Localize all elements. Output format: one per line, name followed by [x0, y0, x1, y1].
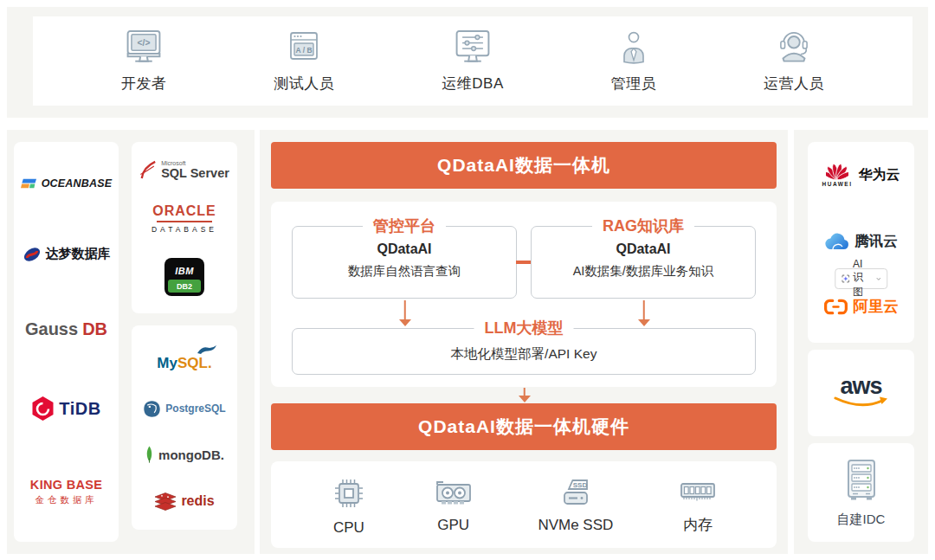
- hardware-label: 内存: [683, 515, 713, 535]
- oracle-label: ORACLE: [152, 203, 217, 219]
- postgresql-elephant-icon: [143, 400, 161, 418]
- qdata-architecture-diagram: </> 开发者 A / B 测试人员: [0, 0, 935, 560]
- role-label: 运维DBA: [442, 74, 503, 93]
- kingbase-logo: KING BASE 金仓数据库: [30, 478, 102, 506]
- control-platform-line1: QDataAI: [293, 241, 516, 257]
- tidb-logo: TiDB: [31, 396, 100, 422]
- huawei-brand: HUAWEI: [822, 181, 853, 187]
- llm-title: LLM大模型: [474, 318, 574, 338]
- ops-dba-monitor-sliders-icon: [450, 29, 495, 66]
- mongodb-label: mongoDB.: [158, 447, 224, 462]
- dm-database-logo: 达梦数据库: [23, 246, 111, 263]
- kingbase-label: KING BASE: [30, 478, 102, 492]
- redis-label: redis: [181, 493, 214, 509]
- user-roles-card: </> 开发者 A / B 测试人员: [33, 16, 912, 106]
- tencent-cloud-icon: [824, 232, 850, 251]
- hardware-nvme-ssd: SSD NVMe SSD: [538, 476, 613, 534]
- ibm-brand: IBM: [175, 261, 194, 280]
- rag-line1: QDataAI: [532, 241, 755, 257]
- mongodb-leaf-icon: [145, 445, 154, 464]
- db2-label: DB2: [168, 280, 201, 293]
- hardware-label: NVMe SSD: [538, 517, 613, 534]
- tidb-label: TiDB: [59, 399, 100, 419]
- aws-smile-icon: [833, 396, 890, 409]
- ai-scan-sparkle-icon: [842, 273, 849, 285]
- hardware-memory: 内存: [677, 474, 719, 535]
- svg-text:A / B: A / B: [296, 45, 313, 54]
- redis-stack-icon: [154, 492, 177, 511]
- aws-card: aws: [808, 350, 914, 436]
- mysql-label-part1: My: [157, 355, 177, 371]
- oracle-sublabel: DATABASE: [152, 225, 217, 234]
- oceanbase-logo: OCEANBASE: [21, 177, 113, 190]
- database-card-opensource: MySQL. PostgreSQL mongoDB.: [132, 325, 237, 530]
- arrow-control-to-llm: [398, 300, 411, 326]
- mysql-logo: MySQL.: [157, 344, 211, 372]
- alibaba-bracket-icon: [823, 299, 848, 315]
- cpu-chip-icon: [329, 473, 369, 513]
- sqlserver-logo: Microsoft SQL Server: [139, 159, 229, 180]
- self-built-idc-card: 自建IDC: [808, 443, 914, 542]
- microsoft-brand: Microsoft: [161, 160, 229, 166]
- database-ecosystem-panel: OCEANBASE 达梦数据库 GaussDB T: [7, 130, 255, 554]
- postgresql-label: PostgreSQL: [165, 402, 225, 415]
- huawei-petals-icon: [826, 163, 848, 180]
- oceanbase-label: OCEANBASE: [42, 177, 113, 190]
- aws-label: aws: [840, 377, 881, 396]
- control-platform-box: 管控平台 QDataAI 数据库自然语言查询: [292, 226, 517, 299]
- public-cloud-card: HUAWEI 华为云 腾讯云: [808, 142, 914, 343]
- llm-line1: 本地化模型部署/API Key: [293, 345, 755, 364]
- control-platform-line2: 数据库自然语言查询: [293, 263, 516, 280]
- tidb-cube-icon: [31, 396, 55, 422]
- role-ops-dba: 运维DBA: [442, 29, 503, 93]
- role-label: 管理员: [611, 74, 657, 93]
- gaussdb-label-part1: Gauss: [25, 319, 78, 339]
- role-label: 开发者: [121, 74, 167, 93]
- rag-line2: AI数据集/数据库业务知识: [532, 263, 755, 280]
- svg-text:SSD: SSD: [573, 481, 588, 489]
- rag-title: RAG知识库: [592, 216, 694, 236]
- dm-label: 达梦数据库: [46, 246, 111, 262]
- aws-logo: aws: [833, 377, 890, 410]
- ai-lens-button[interactable]: AI识图: [835, 268, 888, 289]
- llm-box: LLM大模型 本地化模型部署/API Key: [292, 328, 756, 375]
- tencent-cloud-label: 腾讯云: [854, 232, 898, 251]
- kingbase-sublabel: 金仓数据库: [30, 494, 102, 506]
- sqlserver-label: SQL Server: [161, 167, 229, 180]
- mysql-label-part2: SQL.: [177, 355, 212, 371]
- gaussdb-label-part2: DB: [82, 319, 107, 339]
- mongodb-logo: mongoDB.: [145, 445, 224, 464]
- hardware-label: GPU: [437, 517, 469, 534]
- sqlserver-swirl-icon: [139, 159, 157, 180]
- qdata-hardware-header: QDataAI数据一体机硬件: [271, 403, 777, 450]
- mysql-dolphin-icon: [197, 344, 217, 355]
- gpu-card-icon: [433, 476, 474, 511]
- chevron-down-icon: [876, 277, 880, 281]
- server-rack-icon: [842, 458, 881, 505]
- role-tester: A / B 测试人员: [274, 29, 334, 93]
- alibaba-cloud-logo: 阿里云: [808, 296, 914, 317]
- alibaba-cloud-label: 阿里云: [853, 296, 899, 317]
- qdata-appliance-header: QDataAI数据一体机: [271, 142, 777, 189]
- arrow-rag-to-llm: [637, 300, 650, 326]
- hardware-card: CPU: [271, 461, 777, 548]
- ibm-db2-logo: IBM DB2: [164, 258, 204, 296]
- huawei-cloud-logo: HUAWEI 华为云: [808, 163, 914, 187]
- huawei-cloud-label: 华为云: [859, 166, 900, 184]
- control-platform-title: 管控平台: [363, 216, 446, 236]
- ai-lens-label: AI识图: [853, 258, 873, 299]
- tester-ab-window-icon: A / B: [283, 29, 325, 66]
- role-label: 测试人员: [274, 74, 334, 93]
- oracle-logo: ORACLE DATABASE: [152, 203, 217, 234]
- user-roles-band: </> 开发者 A / B 测试人员: [7, 7, 928, 118]
- oceanbase-flag-icon: [21, 178, 37, 189]
- hardware-label: CPU: [333, 519, 364, 537]
- self-built-idc-label: 自建IDC: [837, 512, 886, 528]
- qdata-stack-panel: QDataAI数据一体机 管控平台 QDataAI 数据库自然语言查询 RAG知…: [260, 130, 788, 554]
- developer-monitor-code-icon: </>: [121, 29, 166, 66]
- software-layer-card: 管控平台 QDataAI 数据库自然语言查询 RAG知识库 QDataAI AI…: [271, 202, 777, 387]
- nvme-ssd-drive-icon: SSD: [556, 476, 596, 511]
- database-card-commercial: Microsoft SQL Server ORACLE DATABASE IBM…: [132, 142, 237, 313]
- postgresql-logo: PostgreSQL: [143, 400, 225, 418]
- role-developer: </> 开发者: [121, 29, 167, 93]
